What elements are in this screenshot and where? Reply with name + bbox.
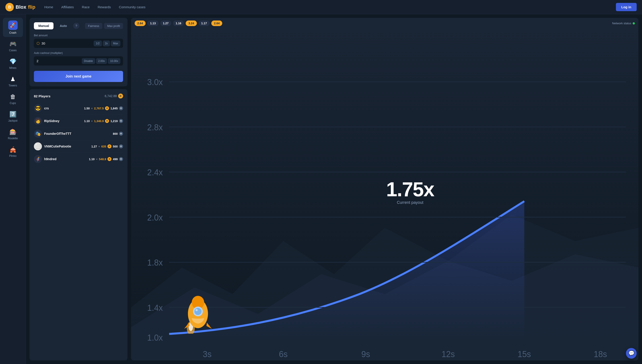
sidebar-item-towers[interactable]: ♟ Towers [3,73,23,90]
player-avatar-1: 🧑 [34,117,42,125]
player-multiplier-3: 1.27 [91,145,97,148]
rocket-svg [176,294,216,334]
hist-badge-5: 1.17 [199,20,210,26]
sidebar-item-mines[interactable]: 💎 Mines [3,56,23,72]
tab-manual[interactable]: Manual [34,22,54,30]
robux-bet-1: R [119,119,123,123]
hist-badge-2: 1.27 [160,20,171,26]
sidebar-item-plinko[interactable]: 🎪 Plinko [3,144,23,160]
player-name-0: crs [44,106,82,110]
nav-race[interactable]: Race [82,5,90,9]
help-button[interactable]: ? [73,23,79,29]
autocashout-input[interactable] [37,56,82,66]
join-next-game-button[interactable]: Join next game [34,71,123,82]
logo[interactable]: B Bloxflip [5,3,36,11]
robux-bet-2: R [119,132,123,136]
extra-buttons: Fairness Max profit [85,23,123,29]
players-panel: 82 Players 6,742.88 R 😎 crs 1.50 × 2,767… [30,89,128,360]
svg-text:3s: 3s [203,349,212,359]
logo-icon: B [5,3,14,11]
sidebar-label-cases: Cases [9,49,17,52]
svg-text:1.0x: 1.0x [147,333,163,342]
svg-text:12s: 12s [442,349,455,359]
hist-badge-3: 1.16 [173,20,184,26]
max-btn[interactable]: Max [111,40,120,46]
robux-bet-4: R [119,157,123,161]
players-total-amount: 6,742.88 R [105,94,123,98]
sidebar-item-cups[interactable]: 🗑 Cups [3,91,23,107]
mines-icon: 💎 [9,58,17,65]
nav-rewards[interactable]: Rewards [98,5,111,9]
svg-point-28 [196,309,198,311]
player-bet-4: 499 [113,158,118,161]
sidebar-label-jackpot: Jackpot [8,119,18,122]
navbar: B Bloxflip Home Affiliates Race Rewards … [0,0,642,14]
total-amount-value: 6,742.88 [105,94,117,98]
cashout-2x-btn[interactable]: 2.00x [96,58,107,64]
svg-point-27 [194,308,202,315]
nav-affiliates[interactable]: Affiliates [61,5,74,9]
sidebar-item-crash[interactable]: 🚀 Crash [3,18,23,37]
sidebar-label-roulette: Roulette [8,137,18,140]
sidebar-label-mines: Mines [9,66,16,70]
cups-icon: 🗑 [10,93,16,100]
left-panel: Manual Auto ? Fairness Max profit Bet am… [30,18,128,360]
player-name-2: FounderOfTheTTT [44,132,111,136]
login-button[interactable]: Log in [616,3,637,11]
sidebar-item-jackpot[interactable]: 7️⃣ Jackpot [3,108,23,125]
svg-text:B: B [8,5,11,9]
svg-text:2.4x: 2.4x [147,168,163,177]
tab-auto[interactable]: Auto [55,22,71,30]
player-row: 😎 crs 1.50 × 2,767.5 R 1,845 R [34,102,123,115]
game-panel: 2.64 1.13 1.27 1.16 3.24 1.17 2.64 Netwo… [131,18,638,360]
svg-text:2.0x: 2.0x [147,213,163,222]
nav-community-cases[interactable]: Community cases [119,5,145,9]
jackpot-icon: 7️⃣ [9,111,17,118]
bet-amount-input[interactable] [42,39,94,48]
network-status-label: Network status [612,22,631,25]
nav-links: Home Affiliates Race Rewards Community c… [44,5,607,9]
hist-badge-6: 2.64 [211,20,222,26]
content-area: Manual Auto ? Fairness Max profit Bet am… [26,14,642,364]
player-bet-2: 800 [113,132,118,136]
robux-cashout-1: R [105,119,109,123]
player-avatar-2: 🎭 [34,130,42,138]
sidebar-item-roulette[interactable]: 🎰 Roulette [3,126,23,142]
robux-icon-total: R [118,94,123,98]
sidebar: 🚀 Crash 🎮 Cases 💎 Mines ♟ Towers 🗑 Cups … [0,14,26,364]
max-profit-button[interactable]: Max profit [104,23,123,29]
players-count: 82 Players [34,94,50,98]
player-stats-3: 1.27 × 635 R 500 R [91,144,123,148]
towers-icon: ♟ [10,76,16,83]
player-multiplier-0: 1.50 [84,107,90,110]
robux-bet-0: R [119,106,123,110]
crash-icon: 🚀 [8,20,18,30]
hist-badge-4: 3.24 [186,20,197,26]
sidebar-label-crash: Crash [9,31,16,34]
player-row-3: ⬜ VNMCutiePatootie 1.27 × 635 R 500 R [34,140,123,153]
double-btn[interactable]: 2x [103,40,110,46]
payout-display: 1.75x Current payout [386,179,434,205]
plinko-icon: 🎪 [9,146,17,153]
logo-flip: flip [28,4,36,10]
chat-button[interactable]: 💬 [626,348,637,359]
player-stats-1: 1.10 × 1,340.9 R 1,219 R [84,119,123,123]
player-name-1: RipSidney [44,119,82,123]
rocket-wrap [176,294,216,334]
half-btn[interactable]: 1/2 [94,40,102,46]
fairness-button[interactable]: Fairness [85,23,102,29]
player-name-3: VNMCutiePatootie [44,144,89,148]
player-cashout-1: 1,340.9 [94,120,104,123]
payout-value: 1.75x [386,179,434,200]
hist-badge-1: 1.13 [147,20,158,26]
robux-cashout-3: R [108,144,112,148]
player-row-4: 🦸 h9ndred 1.10 × 548.9 R 499 R [34,153,123,165]
player-bet-3: 500 [113,145,118,148]
nav-home[interactable]: Home [44,5,53,9]
autocashout-label: Auto cashout (multiplier) [34,52,123,54]
cashout-10x-btn[interactable]: 10.00x [108,58,120,64]
robux-bet-3: R [119,144,123,148]
disable-btn[interactable]: Disable [82,58,95,64]
bet-amount-actions: 1/2 2x Max [94,40,120,46]
sidebar-item-cases[interactable]: 🎮 Cases [3,38,23,54]
